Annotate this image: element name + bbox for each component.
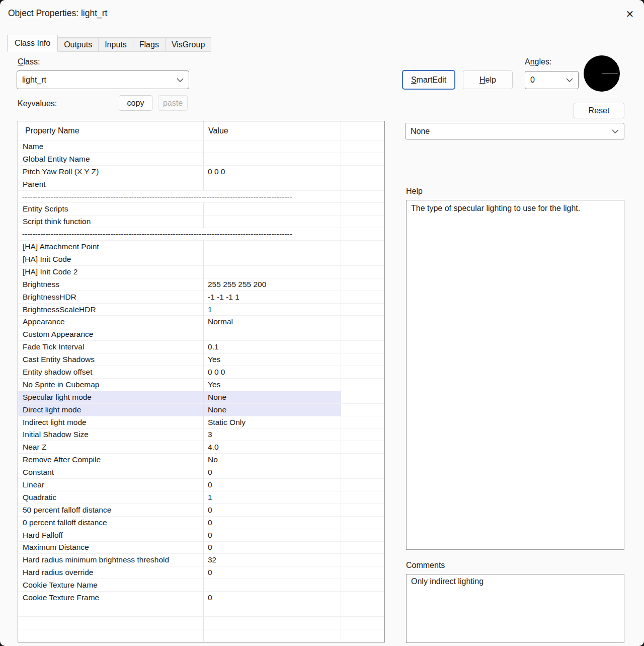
property-name-cell: Script think function [18,216,204,228]
table-row[interactable]: Near Z4.0 [18,441,384,454]
property-value-cell: 0 [204,542,341,554]
table-row[interactable]: Direct light modeNone [18,404,384,416]
table-row[interactable] [18,617,384,629]
property-value-cell: 4.0 [204,441,341,453]
help-button[interactable]: Help [463,70,513,89]
property-name-cell: Constant [18,466,204,478]
table-row[interactable]: Hard radius override0 [18,566,384,579]
table-row[interactable]: Cookie Texture Name [18,579,384,592]
table-row[interactable]: Initial Shadow Size3 [18,428,384,441]
table-cell-extra [341,203,384,215]
angle-indicator[interactable] [584,55,620,92]
table-row[interactable]: [HA] Init Code 2 [18,266,384,278]
property-name-cell: Brightness [18,278,204,291]
property-name-cell: No Sprite in Cubemap [18,379,204,391]
table-cell-extra [341,391,384,403]
property-name-cell: Pitch Yaw Roll (X Y Z) [18,166,204,178]
table-cell-extra [341,241,384,253]
table-cell-extra [341,454,384,466]
property-name-cell: Direct light mode [18,404,204,416]
property-name-cell: Global Entity Name [18,153,204,165]
tab-visgroup[interactable]: VisGroup [166,37,211,52]
table-cell-extra [341,178,384,190]
table-row[interactable]: Name [18,140,384,153]
table-row[interactable]: Cast Entity ShadowsYes [18,353,384,366]
tab-flags[interactable]: Flags [133,37,166,52]
table-row[interactable]: No Sprite in CubemapYes [18,379,384,391]
property-value-cell: None [204,391,341,403]
table-row[interactable]: Maximum Distance0 [18,542,384,554]
class-dropdown-value: light_rt [22,76,46,85]
property-name-cell: Cast Entity Shadows [18,353,204,366]
help-panel-text: The type of specular lighting to use for… [411,204,580,212]
table-cell-extra [341,266,384,278]
property-value-cell [204,629,341,641]
table-cell-extra [341,341,384,353]
smartedit-button[interactable]: SmartEdit [403,70,455,89]
property-table-body: NameGlobal Entity NamePitch Yaw Roll (X … [18,140,384,642]
table-row[interactable]: Constant0 [18,466,384,479]
property-value-cell: 0 [204,479,341,491]
table-cell-extra [341,428,384,441]
table-row[interactable]: Indirect light modeStatic Only [18,416,384,429]
table-row[interactable]: Remove After CompileNo [18,454,384,466]
copy-button[interactable]: copy [119,95,152,111]
value-editor-selected: None [411,127,430,136]
table-cell-extra [341,466,384,478]
table-row[interactable]: BrightnessScaleHDR1 [18,304,384,316]
tab-outputs[interactable]: Outputs [58,37,99,52]
table-row[interactable]: Script think function [18,216,384,228]
table-row[interactable]: 50 percent falloff distance0 [18,504,384,517]
table-row[interactable]: Cookie Texture Frame0 [18,592,384,604]
property-value-cell: 0 0 0 [204,166,341,178]
angles-dropdown[interactable]: 0 [525,71,579,89]
table-row[interactable]: Custom Appearance [18,328,384,341]
property-value-cell [204,604,341,616]
property-name-cell: Indirect light mode [18,416,204,428]
dialog-title: Object Properties: light_rt [8,8,107,19]
property-value-cell: 0 [204,466,341,478]
table-row[interactable]: Specular light modeNone [18,391,384,404]
property-name-cell: [HA] Attachment Point [18,241,204,253]
property-name-cell: BrightnessScaleHDR [18,304,204,316]
table-row[interactable]: BrightnessHDR-1 -1 -1 1 [18,291,384,304]
property-value-cell: 255 255 255 200 [204,278,341,291]
table-cell-extra [341,491,384,504]
comments-text: Only indirect lighting [411,577,484,586]
reset-button[interactable]: Reset [574,103,624,118]
tab-class-info[interactable]: Class Info [7,35,58,52]
table-row[interactable]: [HA] Attachment Point [18,241,384,253]
table-row[interactable]: [HA] Init Code [18,253,384,266]
table-row[interactable]: Hard Falloff0 [18,529,384,542]
close-icon[interactable]: ✕ [622,6,638,22]
table-row[interactable]: Entity shadow offset0 0 0 [18,366,384,379]
table-row[interactable]: Global Entity Name [18,153,384,166]
table-row[interactable]: Brightness255 255 255 200 [18,278,384,291]
property-name-cell: Remove After Compile [18,454,204,466]
class-dropdown[interactable]: light_rt [17,70,189,89]
table-row[interactable] [18,604,384,617]
table-cell-extra [341,517,384,529]
table-row[interactable]: Linear0 [18,479,384,491]
table-row[interactable]: Quadratic1 [18,491,384,504]
separator-row[interactable]: ----------------------------------------… [18,191,384,203]
value-editor-dropdown[interactable]: None [405,123,624,139]
comments-label: Comments [406,561,445,570]
table-row[interactable]: Pitch Yaw Roll (X Y Z)0 0 0 [18,166,384,178]
separator-row[interactable]: ----------------------------------------… [18,228,384,241]
paste-button[interactable]: paste [158,95,188,111]
property-name-cell: [HA] Init Code [18,253,204,265]
table-row[interactable]: Fade Tick Interval0.1 [18,341,384,353]
keyvalues-label: Keyvalues: [18,99,57,108]
table-row[interactable]: Parent [18,178,384,191]
table-row[interactable]: 0 percent falloff distance0 [18,517,384,529]
table-cell-extra [341,228,384,240]
table-row[interactable]: Hard radius minimum brightness threshold… [18,554,384,566]
table-row[interactable] [18,629,384,642]
table-cell-extra [341,529,384,541]
comments-textarea[interactable]: Only indirect lighting [406,574,624,643]
property-name-cell: Cookie Texture Frame [18,592,204,604]
tab-inputs[interactable]: Inputs [99,37,133,52]
table-row[interactable]: Entity Scripts [18,203,384,216]
table-row[interactable]: AppearanceNormal [18,316,384,328]
